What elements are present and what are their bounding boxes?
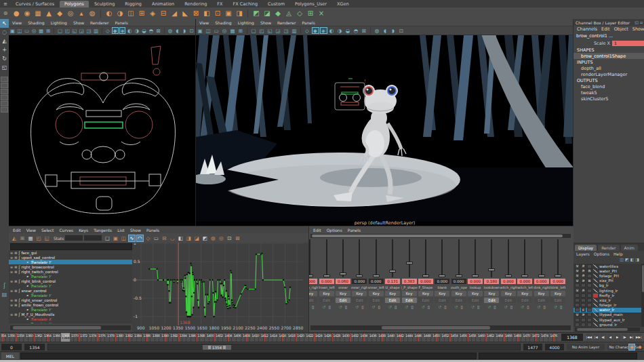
layer-row-xizz_lr[interactable]: xizz_lr	[573, 298, 641, 302]
layer-row-waterlilies[interactable]: VPwaterlilies	[573, 264, 641, 268]
playback-toggle[interactable]: P	[581, 279, 586, 283]
plateau-tangents-icon[interactable]: ◡	[169, 235, 176, 242]
visibility-toggle[interactable]	[575, 283, 580, 287]
delete-channel-icon[interactable]: ▯	[361, 304, 363, 309]
layer-color-swatch[interactable]	[593, 323, 598, 327]
safe-action-icon[interactable]: ◳	[283, 27, 290, 34]
paint-select-tool-icon[interactable]: ◭	[0, 37, 9, 45]
edit-button[interactable]: Edit	[501, 298, 516, 303]
channel-value-field[interactable]: 0.131	[385, 279, 400, 284]
shadows-icon[interactable]: ◑	[134, 27, 140, 34]
bookmarks-icon[interactable]: ◎	[31, 27, 37, 34]
channel-box-menu-object[interactable]: Object	[614, 26, 628, 32]
delete-channel-icon[interactable]: ▯	[544, 304, 546, 309]
channel-slider-track[interactable]	[458, 239, 460, 277]
display-type-toggle[interactable]	[587, 308, 592, 312]
graph-menu-select[interactable]: Select	[41, 228, 54, 233]
frame-playback-icon[interactable]: ▣	[112, 235, 119, 242]
expand-icon[interactable]: ⊞	[14, 256, 17, 260]
step-back-frame-button[interactable]: ◀|	[600, 334, 607, 341]
reset-channel-icon[interactable]: ↺	[487, 304, 491, 309]
key-button[interactable]: Key	[451, 291, 466, 296]
sculpt-tool-icon[interactable]: ◨	[235, 9, 244, 18]
playback-toggle[interactable]: P	[581, 289, 586, 293]
resolution-gate-icon[interactable]: ◰	[64, 27, 71, 34]
range-slider-handle[interactable]: 1354	[203, 345, 231, 350]
transfer-attributes-icon[interactable]: ⊞	[306, 9, 315, 18]
shelf-tab-rigging[interactable]: Rigging	[120, 1, 146, 7]
visibility-toggle[interactable]	[575, 308, 580, 312]
use-all-lights-icon[interactable]: ◐	[126, 27, 133, 34]
multisampling-icon[interactable]: ⊠	[155, 27, 162, 34]
channel-node-renderLayerManager[interactable]: renderLayerManager	[573, 71, 644, 77]
display-type-toggle[interactable]: R	[587, 279, 592, 283]
right-eye-rig-ring[interactable]	[388, 87, 396, 95]
graph-menu-list[interactable]: List	[117, 228, 125, 233]
smooth-mesh-icon[interactable]: ◐	[104, 9, 114, 18]
lasso-tool-icon[interactable]: ◌	[0, 28, 9, 37]
layout-preset-button-4[interactable]	[1, 95, 8, 100]
edit-button[interactable]: Edit	[517, 298, 532, 303]
channel-slider-handle[interactable]	[472, 275, 479, 277]
layer-color-swatch[interactable]	[593, 289, 598, 293]
field-chart-icon[interactable]: ◲	[79, 27, 85, 34]
lattice-deform-keys-icon[interactable]: ▦	[27, 235, 35, 242]
delete-channel-icon[interactable]: ▯	[411, 304, 413, 309]
channel-slider-handle[interactable]	[406, 262, 413, 264]
conform-icon[interactable]: ×	[317, 9, 326, 18]
xray-icon[interactable]: ◍	[374, 27, 381, 34]
layer-color-swatch[interactable]	[593, 264, 598, 268]
animation-end-field[interactable]: 4000	[545, 344, 564, 350]
xray-icon[interactable]: ◍	[167, 27, 174, 34]
delete-channel-icon[interactable]: ▯	[345, 304, 347, 309]
safe-title-icon[interactable]: ▥	[93, 27, 100, 34]
reset-channel-icon[interactable]: ↺	[537, 304, 540, 309]
image-plane-icon[interactable]: ▦	[38, 27, 45, 34]
multi-cut-icon[interactable]: ⊟	[159, 9, 168, 18]
layer-color-swatch[interactable]	[593, 269, 598, 273]
step-forward-frame-button[interactable]: |▶	[622, 334, 628, 341]
multisampling-icon[interactable]: ⊠	[361, 27, 368, 34]
quad-draw-icon[interactable]: ◢	[169, 9, 179, 18]
layout-preset-button-1[interactable]	[1, 77, 8, 82]
reset-channel-icon[interactable]: ↺	[471, 304, 475, 309]
field-chart-icon[interactable]: ◲	[275, 27, 282, 34]
key-button[interactable]: Key	[550, 291, 565, 296]
visibility-toggle[interactable]: V	[575, 289, 580, 293]
key-button[interactable]: Key	[352, 291, 367, 296]
key-button[interactable]: Key	[534, 291, 549, 296]
layer-row-lighting_lr[interactable]: VPlighting_lr	[573, 288, 641, 293]
persp-menu-view[interactable]: View	[199, 20, 209, 25]
set-keyframe-icon[interactable]: ◈	[637, 344, 643, 350]
outliner-attr-row[interactable]: ▪Translate Y	[9, 293, 132, 298]
edit-button[interactable]: Edit	[534, 298, 549, 303]
current-time-field[interactable]: 1368	[561, 334, 583, 341]
playback-toggle[interactable]	[581, 318, 586, 322]
collapse-icon[interactable]: ⊖	[10, 313, 13, 317]
layer-menu-help[interactable]: Help	[613, 252, 623, 256]
screen-space-ao-icon[interactable]: ◒	[141, 27, 148, 34]
edit-button[interactable]: Edit	[336, 298, 350, 303]
display-type-toggle[interactable]	[587, 294, 592, 298]
view-grid-icon[interactable]: ⊞	[45, 27, 52, 34]
collapse-icon[interactable]: ⊖	[10, 265, 13, 269]
playback-toggle[interactable]	[581, 294, 586, 298]
outliner-row-right_browcontrol[interactable]: ⊖⊞ʃright_browcontrol	[9, 264, 132, 269]
channel-node-skinCluster5[interactable]: skinCluster5	[573, 96, 644, 102]
expand-icon[interactable]: ⊞	[14, 265, 17, 269]
visibility-toggle[interactable]: V	[575, 264, 580, 268]
channel-slider-handle[interactable]	[439, 275, 445, 277]
channel-value-field[interactable]: 0.383	[402, 279, 417, 284]
delete-channel-icon[interactable]: ▯	[444, 304, 446, 309]
slider-panel-top-scrollbar[interactable]	[310, 234, 571, 238]
channel-slider-handle[interactable]	[389, 270, 396, 273]
gate-mask-icon[interactable]: ◱	[71, 27, 78, 34]
reset-channel-icon[interactable]: ↺	[388, 304, 392, 309]
display-type-toggle[interactable]	[587, 283, 592, 287]
layer-row-foliage_PH[interactable]: VPfoliage_PH	[573, 273, 641, 278]
slider-panel-menu-edit[interactable]: Edit	[313, 228, 321, 233]
channel-box-menu-show[interactable]: Show	[632, 26, 644, 32]
buffer-snapshot-icon[interactable]: ◧	[177, 235, 184, 242]
display-type-toggle[interactable]	[587, 274, 592, 278]
delete-channel-icon[interactable]: ▯	[527, 304, 529, 309]
